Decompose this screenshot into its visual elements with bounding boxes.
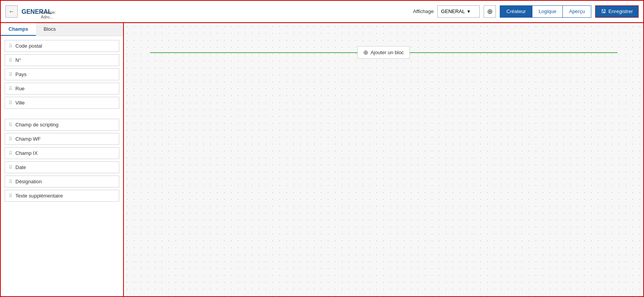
field-item-ville[interactable]: ⠿ Ville	[5, 97, 119, 109]
header: ← Groupe: Adro... GENERAL Affichage GENE…	[1, 1, 643, 22]
field-item-champ-ix[interactable]: ⠿ Champ IX	[5, 147, 119, 159]
field-item-pays[interactable]: ⠿ Pays	[5, 68, 119, 80]
affichage-select[interactable]: GENERAL ▾	[437, 5, 480, 18]
field-label: Code postal	[15, 43, 42, 49]
save-button[interactable]: 🖫 Enregistrer	[595, 5, 639, 18]
field-label: Champ WF	[15, 136, 41, 142]
field-item-code-postal[interactable]: ⠿ Code postal	[5, 40, 119, 52]
view-tabs: Créateur Logique Aperçu	[500, 5, 591, 18]
chevron-down-icon: ▾	[467, 8, 477, 14]
field-label: Champ IX	[15, 150, 38, 156]
canvas-area: ⊕ Ajouter un bloc	[124, 23, 643, 296]
sidebar: Champs Blocs ⠿ Code postal ⠿ N° ⠿ Pays	[1, 23, 124, 296]
drag-handle-icon: ⠿	[9, 43, 12, 49]
header-title-wrap: Groupe: Adro... GENERAL	[22, 8, 52, 15]
field-label: Date	[15, 164, 26, 170]
add-view-button[interactable]: ⊕	[484, 5, 496, 18]
sidebar-tabs: Champs Blocs	[1, 23, 123, 36]
drag-handle-icon: ⠿	[9, 193, 12, 199]
save-icon: 🖫	[601, 8, 606, 14]
plus-circle-icon: ⊕	[363, 49, 368, 56]
tab-logique[interactable]: Logique	[532, 6, 563, 17]
field-item-n[interactable]: ⠿ N°	[5, 54, 119, 66]
field-label: Désignation	[15, 179, 42, 184]
tab-createur[interactable]: Créateur	[500, 6, 532, 17]
field-label: Ville	[15, 100, 25, 106]
drag-handle-icon: ⠿	[9, 58, 12, 63]
drag-handle-icon: ⠿	[9, 122, 12, 128]
plus-circle-icon: ⊕	[487, 7, 493, 16]
main-content: Champs Blocs ⠿ Code postal ⠿ N° ⠿ Pays	[1, 22, 643, 296]
drag-handle-icon: ⠿	[9, 100, 12, 106]
field-separator	[5, 111, 119, 116]
drag-handle-icon: ⠿	[9, 86, 12, 91]
drag-handle-icon: ⠿	[9, 151, 12, 156]
sidebar-field-list: ⠿ Code postal ⠿ N° ⠿ Pays ⠿ Rue ⠿ Vill	[1, 36, 123, 296]
sidebar-tab-champs[interactable]: Champs	[1, 23, 36, 36]
save-label: Enregistrer	[608, 8, 633, 14]
sidebar-tab-blocs[interactable]: Blocs	[36, 23, 63, 36]
field-item-designation[interactable]: ⠿ Désignation	[5, 176, 119, 187]
affichage-value: GENERAL	[441, 8, 465, 14]
field-label: Pays	[15, 71, 27, 77]
field-item-champ-scripting[interactable]: ⠿ Champ de scripting	[5, 119, 119, 131]
drag-handle-icon: ⠿	[9, 72, 12, 77]
field-item-champ-wf[interactable]: ⠿ Champ WF	[5, 133, 119, 145]
app-container: ← Groupe: Adro... GENERAL Affichage GENE…	[0, 0, 644, 297]
add-bloc-button[interactable]: ⊕ Ajouter un bloc	[357, 46, 410, 59]
add-bloc-row: ⊕ Ajouter un bloc	[150, 46, 617, 59]
green-line-left	[150, 52, 358, 53]
group-label: Groupe: Adro...	[41, 10, 56, 19]
field-label: Champ de scripting	[15, 122, 58, 128]
field-label: Rue	[15, 86, 25, 91]
add-bloc-label: Ajouter un bloc	[370, 50, 404, 55]
affichage-label: Affichage	[413, 8, 434, 14]
field-label: Texte supplémentaire	[15, 193, 63, 199]
field-item-date[interactable]: ⠿ Date	[5, 161, 119, 173]
tab-apercu[interactable]: Aperçu	[563, 6, 591, 17]
back-icon: ←	[8, 8, 15, 15]
drag-handle-icon: ⠿	[9, 136, 12, 142]
field-item-rue[interactable]: ⠿ Rue	[5, 83, 119, 95]
green-line-right	[410, 52, 617, 53]
drag-handle-icon: ⠿	[9, 179, 12, 184]
back-button[interactable]: ←	[5, 5, 18, 18]
field-item-texte-supplementaire[interactable]: ⠿ Texte supplémentaire	[5, 190, 119, 202]
drag-handle-icon: ⠿	[9, 165, 12, 170]
field-label: N°	[15, 57, 21, 63]
